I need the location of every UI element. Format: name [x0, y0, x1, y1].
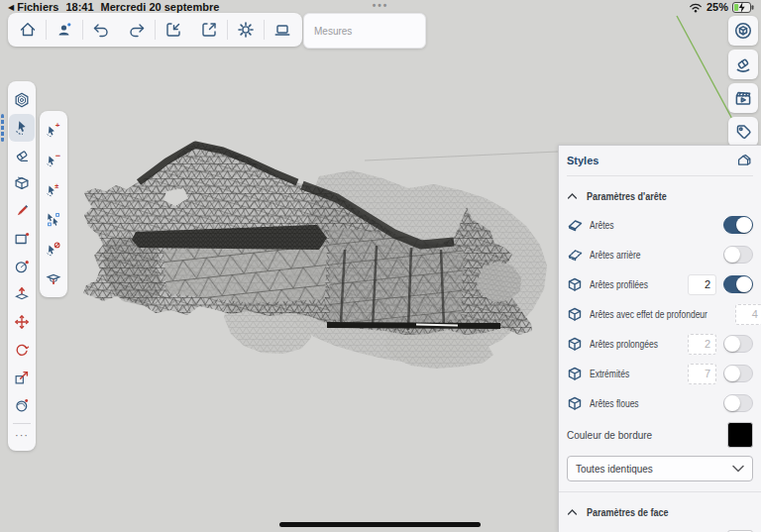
materials-tool-button[interactable]: [9, 391, 35, 419]
select-add-button[interactable]: +: [41, 115, 66, 145]
jitter-edges-row: Arêtes floues: [567, 388, 753, 418]
row-label: Arêtes floues: [590, 398, 698, 409]
active-tool-indicator: [1, 114, 4, 142]
section-box-tool-button[interactable]: [9, 169, 35, 197]
svg-text:+: +: [55, 121, 60, 130]
right-rail: [728, 16, 758, 147]
border-color-label: Couleur de bordure: [567, 430, 720, 441]
border-color-row: Couleur de bordure: [567, 418, 753, 452]
horizon-line: [365, 152, 558, 160]
toolbar-divider: [13, 423, 31, 424]
insert-button[interactable]: [156, 13, 191, 47]
face-plane-icon: [567, 219, 583, 232]
depth-cue-row: Arêtes avec effet de profondeur 4: [567, 299, 753, 329]
select-all-button[interactable]: [41, 204, 66, 234]
svg-text:−: −: [55, 151, 60, 160]
deselect-all-button[interactable]: [41, 234, 66, 264]
endpoints-row: Extrémités 7: [567, 359, 753, 388]
row-label: Extrémités: [590, 369, 667, 379]
send-to-device-button[interactable]: [265, 13, 300, 47]
row-label: Arêtes profilées: [590, 279, 667, 290]
svg-text:±: ±: [54, 181, 58, 190]
border-color-swatch[interactable]: [727, 422, 753, 448]
profile-edges-row: Arêtes profilées 2: [567, 269, 753, 299]
select-subtract-button[interactable]: −: [41, 145, 66, 174]
row-label: Arêtes arrière: [590, 250, 698, 261]
profile-edges-value[interactable]: 2: [688, 274, 716, 295]
cube-icon: [567, 367, 583, 381]
back-edges-row: Arêtes arrière: [567, 240, 753, 269]
endpoints-toggle[interactable]: [723, 365, 753, 382]
left-toolbar: ···: [8, 81, 36, 451]
edges-toggle[interactable]: [723, 216, 753, 234]
undo-button[interactable]: [83, 13, 119, 47]
cube-icon: [567, 396, 583, 411]
battery-percent: 25%: [707, 1, 728, 13]
measurements-input[interactable]: [304, 14, 425, 48]
cube-icon: [567, 277, 583, 292]
jitter-edges-toggle[interactable]: [723, 394, 753, 412]
profile-edges-toggle[interactable]: [723, 275, 753, 293]
select-toggle-button[interactable]: ±: [41, 174, 66, 204]
collaborate-button[interactable]: [47, 13, 82, 47]
pencil-tool-button[interactable]: [9, 197, 35, 225]
styles-panel-header: Styles: [567, 146, 753, 176]
rectangle-tool-button[interactable]: [9, 225, 35, 253]
styles-panel-button[interactable]: [728, 16, 758, 46]
wireframe-mesh: [83, 143, 532, 335]
face-settings-header[interactable]: Paramètres de face: [567, 498, 753, 526]
section-divider: [559, 491, 761, 492]
eraser-tool-button[interactable]: [9, 142, 35, 169]
chevron-down-icon: [732, 465, 744, 473]
scale-tool-button[interactable]: [9, 364, 35, 391]
section-title: Paramètres de face: [587, 507, 669, 518]
cube-icon: [567, 337, 583, 352]
cube-icon: [567, 307, 583, 322]
arc-tool-button[interactable]: [9, 253, 35, 280]
dropdown-value: Toutes identiques: [576, 464, 653, 475]
status-bar: ◀ Fichiers 18:41 Mercredi 20 septembre •…: [0, 0, 761, 16]
measurements-box: [303, 13, 426, 49]
back-edges-toggle[interactable]: [723, 246, 753, 264]
lasso-select-button[interactable]: [41, 264, 66, 293]
row-label: Arêtes: [590, 220, 698, 231]
push-pull-tool-button[interactable]: [9, 280, 35, 308]
home-indicator[interactable]: [279, 522, 481, 527]
scenes-button[interactable]: [728, 83, 758, 113]
extension-edges-value[interactable]: 2: [688, 334, 716, 355]
home-button[interactable]: [10, 13, 46, 47]
redo-button[interactable]: [119, 13, 155, 47]
battery-charging-icon: [732, 2, 755, 13]
edge-color-mode-dropdown[interactable]: Toutes identiques: [567, 456, 753, 481]
extension-edges-toggle[interactable]: [723, 335, 753, 353]
section-title: Paramètres d'arête: [587, 191, 667, 202]
endpoints-value[interactable]: 7: [688, 364, 716, 384]
app-window: ◀ Fichiers 18:41 Mercredi 20 septembre •…: [0, 0, 761, 532]
multitask-dots[interactable]: •••: [0, 0, 761, 11]
depth-cue-value[interactable]: 4: [735, 304, 761, 325]
edges-row: Arêtes: [567, 210, 753, 240]
select-flyout: + − ±: [40, 111, 67, 297]
more-tools-button[interactable]: ···: [15, 428, 29, 446]
styles-panel: Styles Paramètres d'arête Arêtes Arêtes …: [558, 145, 761, 532]
main-toolbar: [8, 13, 302, 47]
row-label: Arêtes prolongées: [590, 339, 667, 350]
tags-button[interactable]: [728, 117, 758, 147]
settings-button[interactable]: [228, 13, 264, 47]
share-button[interactable]: [191, 13, 227, 47]
front-face-row: Face avant: [567, 526, 753, 532]
move-tool-button[interactable]: [9, 308, 35, 336]
panel-title: Styles: [567, 155, 598, 166]
edge-settings-header[interactable]: Paramètres d'arête: [567, 182, 753, 210]
soften-edges-button[interactable]: [728, 50, 758, 79]
back-edges-icon: [567, 249, 583, 262]
wifi-icon: [689, 2, 703, 13]
select-tool-button[interactable]: [9, 114, 35, 142]
row-label: Arêtes avec effet de profondeur: [590, 309, 707, 320]
extension-edges-row: Arêtes prolongées 2: [567, 329, 753, 359]
in-model-styles-icon[interactable]: [735, 152, 753, 169]
sketchup-logo-icon: [9, 86, 35, 114]
rotate-tool-button[interactable]: [9, 336, 35, 364]
